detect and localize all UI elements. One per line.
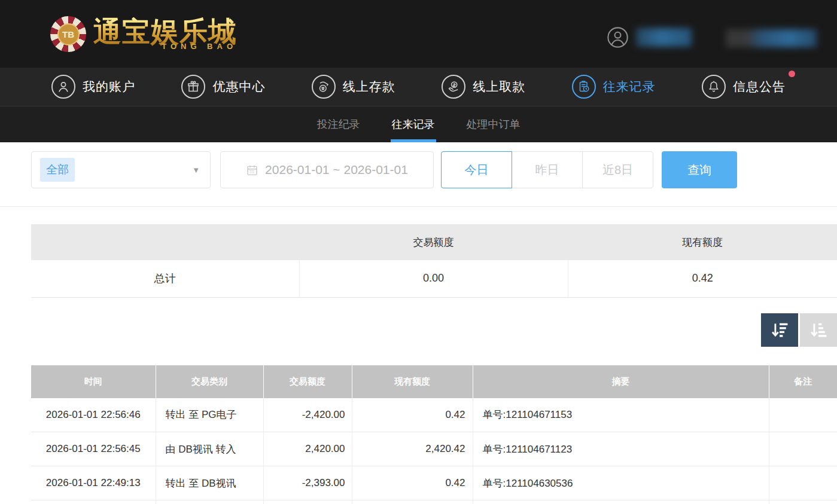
account-balance-redacted[interactable] xyxy=(636,28,692,47)
category-select[interactable]: 全部 ▼ xyxy=(31,151,211,188)
summary-current-balance: 0.42 xyxy=(568,260,837,297)
col-header-type: 交易类别 xyxy=(156,365,263,398)
cell-time: 2026-01-01 22:49:13 xyxy=(31,466,156,500)
cell-note xyxy=(769,466,837,500)
nav-item-deposit[interactable]: 线上存款 xyxy=(312,75,395,99)
table-row-partial xyxy=(31,500,837,504)
records-header-row: 时间 交易类别 交易额度 现有额度 摘要 备注 xyxy=(31,365,837,398)
sort-ascending-icon xyxy=(808,320,829,340)
quick-range-group: 今日 昨日 近8日 xyxy=(441,151,653,188)
sort-descending-icon xyxy=(769,320,790,340)
cell-note xyxy=(769,432,837,466)
tab-pending-orders[interactable]: 处理中订单 xyxy=(465,106,522,142)
summary-header-transaction: 交易额度 xyxy=(299,224,568,260)
nav-item-my-account[interactable]: 我的账户 xyxy=(51,75,135,99)
cell-type: 由 DB视讯 转入 xyxy=(156,432,263,466)
cell-amount: 2,420.00 xyxy=(263,432,352,466)
account-avatar-icon xyxy=(607,26,629,48)
logo-badge: TB xyxy=(57,23,80,45)
bell-icon xyxy=(702,75,726,99)
summary-total-label: 总计 xyxy=(31,260,299,297)
brand-logo[interactable]: TB 通宝娱乐城 TONG BAO xyxy=(50,16,237,52)
quick-range-last8days[interactable]: 近8日 xyxy=(582,151,653,188)
main-navigation: 我的账户 优惠中心 线上存款 xyxy=(0,68,837,106)
nav-item-transaction-records[interactable]: 往来记录 xyxy=(572,75,656,99)
withdraw-icon xyxy=(442,75,465,99)
table-row: 2026-01-01 22:56:46 转出 至 PG电子 -2,420.00 … xyxy=(31,398,837,432)
col-header-time: 时间 xyxy=(31,365,156,398)
summary-header-empty xyxy=(31,224,299,260)
cell-time: 2026-01-01 22:56:46 xyxy=(31,398,156,432)
summary-transaction-amount: 0.00 xyxy=(299,260,568,297)
nav-item-withdraw[interactable]: 线上取款 xyxy=(442,75,525,99)
selected-category-chip: 全部 xyxy=(40,158,75,182)
records-subnav: 投注纪录 往来记录 处理中订单 xyxy=(0,106,837,142)
date-range-input[interactable]: 2026-01-01 ~ 2026-01-01 xyxy=(220,151,434,188)
cell-amount: -2,393.00 xyxy=(263,466,352,500)
date-range-value: 2026-01-01 ~ 2026-01-01 xyxy=(265,163,408,177)
sort-descending-button[interactable] xyxy=(761,313,798,347)
chevron-down-icon: ▼ xyxy=(192,166,200,175)
logo-text: 通宝娱乐城 TONG BAO xyxy=(93,17,237,51)
nav-label: 信息公告 xyxy=(733,78,786,95)
nav-item-announcements[interactable]: 信息公告 xyxy=(702,75,786,99)
sort-ascending-button[interactable] xyxy=(800,313,837,347)
gift-icon xyxy=(181,75,205,99)
user-icon xyxy=(51,75,75,99)
nav-label: 线上取款 xyxy=(473,78,525,95)
cell-amount: -2,420.00 xyxy=(263,398,352,432)
quick-range-yesterday[interactable]: 昨日 xyxy=(512,151,583,188)
cell-balance: 0.42 xyxy=(352,398,473,432)
table-row: 2026-01-01 22:56:45 由 DB视讯 转入 2,420.00 2… xyxy=(31,432,837,466)
sort-controls xyxy=(0,313,837,347)
cell-type: 转出 至 PG电子 xyxy=(156,398,263,432)
summary-header-balance: 现有额度 xyxy=(568,224,837,260)
nav-label: 往来记录 xyxy=(603,78,656,95)
top-bar: TB 通宝娱乐城 TONG BAO xyxy=(0,0,837,68)
notification-dot xyxy=(789,71,795,77)
nav-label: 我的账户 xyxy=(83,78,135,95)
col-header-balance: 现有额度 xyxy=(352,365,473,398)
cell-note xyxy=(769,398,837,432)
tab-transaction-records[interactable]: 往来记录 xyxy=(391,106,436,142)
cell-summary: 单号:121104630536 xyxy=(473,466,769,500)
quick-range-today[interactable]: 今日 xyxy=(441,151,512,188)
records-icon xyxy=(572,75,596,99)
table-row: 2026-01-01 22:49:13 转出 至 DB视讯 -2,393.00 … xyxy=(31,466,837,500)
deposit-icon xyxy=(312,75,336,99)
summary-table: 交易额度 现有额度 总计 0.00 0.42 xyxy=(31,224,837,298)
cell-summary: 单号:121104671123 xyxy=(473,432,769,466)
summary-header-row: 交易额度 现有额度 xyxy=(31,224,837,260)
tab-betting-records[interactable]: 投注纪录 xyxy=(316,106,361,142)
col-header-note: 备注 xyxy=(769,365,837,398)
search-button[interactable]: 查询 xyxy=(662,151,737,188)
account-name-redacted[interactable] xyxy=(726,29,817,47)
casino-chip-logo-icon: TB xyxy=(50,16,86,52)
nav-label: 线上存款 xyxy=(343,78,395,95)
summary-total-row: 总计 0.00 0.42 xyxy=(31,260,837,297)
cell-type: 转出 至 DB视讯 xyxy=(156,466,263,500)
section-divider xyxy=(0,206,837,207)
col-header-amount: 交易额度 xyxy=(263,365,352,398)
nav-item-promotions[interactable]: 优惠中心 xyxy=(181,75,265,99)
cell-balance: 0.42 xyxy=(352,466,473,500)
cell-summary: 单号:121104671153 xyxy=(473,398,769,432)
filter-bar: 全部 ▼ 2026-01-01 ~ 2026-01-01 今日 昨日 近8日 查… xyxy=(31,151,806,188)
records-table: 时间 交易类别 交易额度 现有额度 摘要 备注 2026-01-01 22:56… xyxy=(31,365,837,504)
nav-label: 优惠中心 xyxy=(212,78,265,95)
col-header-summary: 摘要 xyxy=(473,365,769,398)
cell-balance: 2,420.42 xyxy=(352,432,473,466)
calendar-icon xyxy=(246,164,258,176)
cell-time: 2026-01-01 22:56:45 xyxy=(31,432,156,466)
